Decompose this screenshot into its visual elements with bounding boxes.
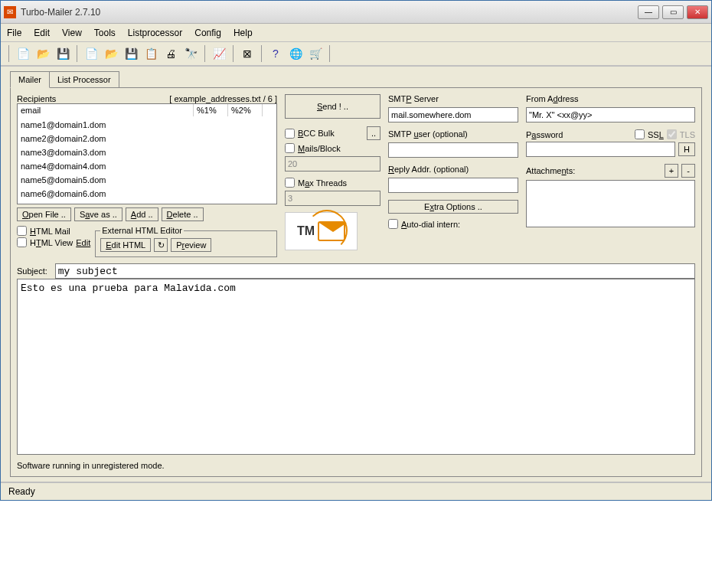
smtp-user-input[interactable]: [388, 142, 518, 158]
from-address-input[interactable]: [526, 107, 695, 122]
max-threads-checkbox[interactable]: Max Threads: [285, 178, 380, 188]
html-edit-link[interactable]: Edit: [76, 238, 90, 247]
tls-checkbox: TLS: [667, 129, 695, 139]
menu-file[interactable]: File: [7, 28, 21, 38]
extra-options-button[interactable]: Extra Options ..: [388, 200, 518, 214]
help-icon[interactable]: ?: [268, 46, 283, 61]
list-item[interactable]: name1@domain1.dom: [21, 118, 273, 132]
attach-add-button[interactable]: +: [665, 164, 678, 178]
list-item[interactable]: name4@domain4.dom: [21, 159, 273, 173]
app-icon: ✉: [4, 6, 16, 18]
add-button[interactable]: Add ..: [126, 207, 158, 221]
preview-button[interactable]: Preview: [171, 238, 211, 252]
titlebar[interactable]: ✉ Turbo-Mailer 2.7.10 — ▭ ✕: [1, 1, 711, 24]
subject-label: Subject:: [17, 266, 47, 276]
menu-listprocessor[interactable]: Listprocessor: [128, 28, 182, 38]
attach-remove-button[interactable]: -: [681, 164, 695, 178]
smtp-server-input[interactable]: [388, 107, 518, 122]
printer-icon[interactable]: 🖨: [163, 46, 178, 61]
refresh-icon[interactable]: ↻: [154, 238, 168, 252]
menubar: File Edit View Tools Listprocessor Confi…: [1, 24, 711, 42]
attachments-label: Attachments:: [526, 166, 575, 175]
footer-notice: Software running in unregistered mode.: [17, 461, 695, 470]
smtp-server-label: SMTP Server: [388, 94, 518, 103]
col-pct1[interactable]: %1%: [194, 104, 228, 116]
html-mail-checkbox[interactable]: HTML Mail: [17, 226, 90, 236]
recipients-table[interactable]: email %1% %2% name1@domain1.dom name2@do…: [17, 103, 277, 204]
clipboard-icon[interactable]: 📋: [143, 46, 158, 61]
minimize-button[interactable]: —: [638, 5, 659, 19]
save2-icon[interactable]: 💾: [123, 46, 139, 61]
send-button[interactable]: Send ! ..: [285, 94, 380, 119]
mails-block-checkbox[interactable]: Mails/Block: [285, 143, 380, 153]
html-view-checkbox[interactable]: HTML View: [17, 237, 73, 247]
delete-button[interactable]: Delete ..: [162, 207, 204, 221]
recipients-label: Recipients: [17, 94, 56, 103]
tm-logo: TM: [285, 212, 358, 250]
body-textarea[interactable]: [17, 279, 695, 455]
cart-icon[interactable]: 🛒: [308, 46, 323, 61]
status-text: Ready: [8, 486, 35, 497]
new-doc-icon[interactable]: 📄: [15, 46, 31, 61]
list-item[interactable]: name2@domain2.dom: [21, 132, 273, 145]
window-title: Turbo-Mailer 2.7.10: [21, 7, 100, 18]
globe-help-icon[interactable]: 🌐: [288, 46, 303, 61]
new-doc2-icon[interactable]: 📄: [83, 46, 99, 61]
reply-addr-label: Reply Addr. (optional): [388, 165, 518, 174]
open-file-button[interactable]: Open File ..: [17, 207, 71, 221]
password-input[interactable]: [526, 142, 675, 157]
bcc-bulk-more-button[interactable]: ..: [367, 126, 380, 140]
menu-tools[interactable]: Tools: [94, 28, 116, 38]
maximize-button[interactable]: ▭: [662, 5, 684, 19]
statusbar: Ready: [1, 482, 711, 500]
chart-icon[interactable]: 📈: [211, 46, 227, 61]
password-label: Password: [526, 130, 563, 139]
menu-view[interactable]: View: [62, 28, 82, 38]
tab-pane-mailer: Recipients [ example_addresses.txt / 6 ]…: [10, 87, 702, 477]
col-email[interactable]: email: [18, 104, 194, 116]
stop-icon[interactable]: ⊠: [240, 46, 255, 61]
mails-block-input[interactable]: [285, 156, 380, 172]
open-folder2-icon[interactable]: 📂: [103, 46, 119, 61]
list-item[interactable]: name5@domain5.dom: [21, 173, 273, 187]
edit-html-button[interactable]: Edit HTML: [100, 238, 151, 252]
menu-edit[interactable]: Edit: [34, 28, 50, 38]
recipients-summary: [ example_addresses.txt / 6 ]: [169, 94, 277, 103]
save-as-button[interactable]: Save as ..: [74, 207, 122, 221]
list-item[interactable]: name6@domain6.dom: [21, 187, 273, 201]
ssl-checkbox[interactable]: SSL: [635, 129, 664, 139]
subject-input[interactable]: [55, 263, 695, 279]
col-pct2[interactable]: %2%: [228, 104, 263, 116]
bcc-bulk-checkbox[interactable]: BCC Bulk: [285, 129, 335, 139]
from-address-label: From Address: [526, 94, 695, 103]
h-button[interactable]: H: [678, 142, 695, 156]
tab-listprocessor[interactable]: List Processor: [49, 71, 119, 88]
smtp-user-label: SMTP user (optional): [388, 129, 518, 139]
max-threads-input[interactable]: [285, 191, 380, 206]
open-folder-icon[interactable]: 📂: [35, 46, 51, 61]
app-window: ✉ Turbo-Mailer 2.7.10 — ▭ ✕ File Edit Vi…: [0, 0, 712, 501]
list-item[interactable]: name3@domain3.dom: [21, 145, 273, 159]
editor-legend: External HTML Editor: [100, 226, 184, 235]
autodial-checkbox[interactable]: Auto-dial intern:: [388, 219, 518, 229]
menu-config[interactable]: Config: [194, 28, 221, 38]
reply-addr-input[interactable]: [388, 178, 518, 193]
tab-mailer[interactable]: Mailer: [10, 71, 50, 88]
save-icon[interactable]: 💾: [55, 46, 70, 61]
menu-help[interactable]: Help: [234, 28, 253, 38]
toolbar: 📄 📂 💾 📄 📂 💾 📋 🖨 🔭 📈 ⊠ ? 🌐 🛒: [1, 42, 711, 67]
binocular-icon[interactable]: 🔭: [183, 46, 198, 61]
close-button[interactable]: ✕: [687, 5, 708, 19]
attachments-list[interactable]: [526, 180, 695, 227]
